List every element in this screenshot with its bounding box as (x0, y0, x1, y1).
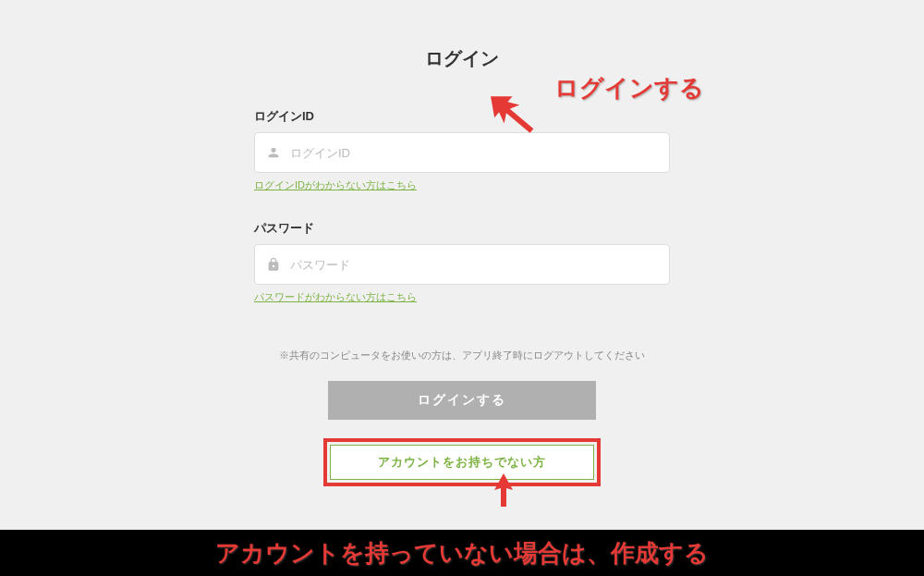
lock-icon (266, 257, 281, 272)
login-id-input[interactable] (290, 146, 658, 160)
annotation-signup: アカウントを持っていない場合は、作成する (215, 537, 709, 570)
bottom-bar: アカウントを持っていない場合は、作成する (0, 530, 924, 576)
signup-button[interactable]: アカウントをお持ちでない方 (330, 445, 594, 480)
login-form: ログインID ログインIDがわからない方はこちら パスワード (254, 108, 670, 486)
login-id-input-wrapper[interactable] (254, 132, 670, 173)
login-id-label: ログインID (254, 108, 670, 125)
shared-computer-notice: ※共有のコンピュータをお使いの方は、アプリ終了時にログアウトしてください (254, 349, 670, 362)
password-label: パスワード (254, 220, 670, 237)
login-container: ログイン ログインID ログインIDがわからない方はこちら パスワード (0, 0, 924, 486)
page-title: ログイン (425, 46, 499, 71)
signup-highlight-box: アカウントをお持ちでない方 (323, 438, 601, 486)
login-button[interactable]: ログインする (328, 381, 596, 420)
arrow-icon (490, 472, 517, 512)
password-input[interactable] (290, 258, 658, 272)
annotation-login: ログインする (554, 72, 704, 104)
password-help-link[interactable]: パスワードがわからない方はこちら (254, 290, 417, 304)
user-icon (266, 145, 281, 160)
password-group: パスワード パスワードがわからない方はこちら (254, 220, 670, 321)
password-input-wrapper[interactable] (254, 244, 670, 285)
login-id-help-link[interactable]: ログインIDがわからない方はこちら (254, 178, 417, 192)
login-id-group: ログインID ログインIDがわからない方はこちら (254, 108, 670, 209)
